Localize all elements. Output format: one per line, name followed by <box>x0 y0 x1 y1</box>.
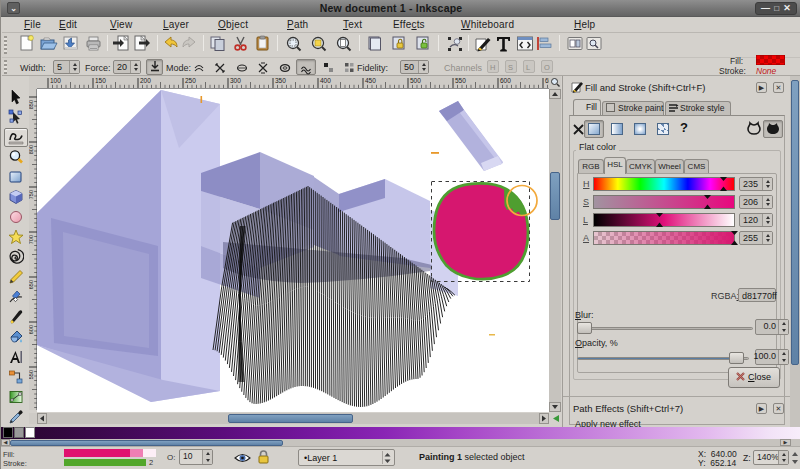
svg-text:350: 350 <box>275 77 286 84</box>
svg-text:600: 600 <box>500 77 511 84</box>
svg-text:850: 850 <box>29 100 34 109</box>
svg-text:650: 650 <box>29 280 34 289</box>
svg-text:200: 200 <box>140 77 151 84</box>
svg-text:400: 400 <box>320 77 331 84</box>
svg-text:250: 250 <box>185 77 196 84</box>
svg-text:300: 300 <box>230 77 241 84</box>
svg-text:550: 550 <box>29 370 34 379</box>
svg-text:700: 700 <box>29 235 34 244</box>
svg-text:750: 750 <box>29 190 34 199</box>
svg-text:150: 150 <box>95 77 106 84</box>
svg-text:500: 500 <box>410 77 421 84</box>
svg-text:600: 600 <box>29 325 34 334</box>
svg-text:100: 100 <box>50 77 61 84</box>
svg-text:800: 800 <box>29 145 34 154</box>
svg-text:550: 550 <box>455 77 466 84</box>
svg-text:450: 450 <box>365 77 376 84</box>
